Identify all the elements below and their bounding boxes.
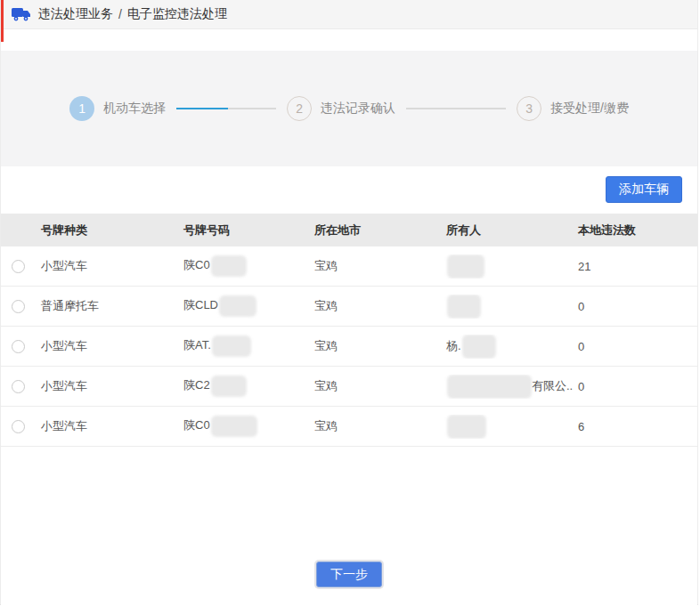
row-radio[interactable] <box>12 420 25 433</box>
step-circle-1: 1 <box>69 96 94 121</box>
redacted-blur <box>462 335 496 359</box>
owner-cell: 杨. <box>442 335 574 359</box>
step-label-3: 接受处理/缴费 <box>550 101 629 117</box>
table-row[interactable]: 小型汽车陕C0宝鸡6 <box>1 407 697 447</box>
step-connector <box>176 108 276 109</box>
header-cell: 号牌号码 <box>179 222 310 238</box>
violation-count-cell: 21 <box>574 260 689 273</box>
table-row[interactable]: 小型汽车陕C0宝鸡21 <box>1 246 697 287</box>
owner-cell <box>442 255 574 279</box>
violation-count-cell: 0 <box>574 300 689 313</box>
table-row[interactable]: 小型汽车陕C2宝鸡有限公...0 <box>1 367 697 407</box>
redacted-blur <box>211 255 247 277</box>
toolbar: 添加车辆 <box>1 166 697 214</box>
step-label-2: 违法记录确认 <box>321 101 395 117</box>
header-cell: 号牌种类 <box>37 222 179 238</box>
city-cell: 宝鸡 <box>310 298 442 314</box>
step-circle-3: 3 <box>517 96 541 121</box>
footer: 下一步 <box>1 447 697 606</box>
plate-number-cell: 陕C0 <box>179 416 310 437</box>
row-radio[interactable] <box>12 380 25 393</box>
violation-count-cell: 0 <box>574 380 689 393</box>
table-row[interactable]: 小型汽车陕AT.宝鸡杨.0 <box>1 327 697 367</box>
row-radio[interactable] <box>12 340 25 353</box>
spacer <box>1 29 697 51</box>
header-cell: 所有人 <box>442 222 574 238</box>
table-row[interactable]: 普通摩托车陕CLD宝鸡0 <box>1 287 697 327</box>
redacted-blur <box>211 416 257 437</box>
plate-number-cell: 陕C0 <box>179 255 310 277</box>
redacted-blur <box>447 295 481 319</box>
plate-number-cell: 陕CLD <box>179 295 310 317</box>
breadcrumb-page: 电子监控违法处理 <box>127 6 227 22</box>
plate-type-cell: 小型汽车 <box>37 338 179 354</box>
stepper-panel: 1机动车选择2违法记录确认3接受处理/缴费 <box>1 51 697 166</box>
redacted-blur <box>211 376 247 397</box>
plate-number-cell: 陕C2 <box>179 376 310 397</box>
add-vehicle-button[interactable]: 添加车辆 <box>606 176 682 203</box>
city-cell: 宝鸡 <box>310 418 442 434</box>
owner-cell <box>442 415 574 439</box>
plate-type-cell: 普通摩托车 <box>37 298 179 314</box>
next-step-button[interactable]: 下一步 <box>316 562 382 587</box>
city-cell: 宝鸡 <box>310 338 442 354</box>
breadcrumb: 违法处理业务 / 电子监控违法处理 <box>1 0 697 29</box>
breadcrumb-separator: / <box>118 7 122 21</box>
row-radio[interactable] <box>12 260 25 273</box>
redacted-blur <box>447 415 486 439</box>
table-header: 号牌种类号牌号码所在地市所有人本地违法数 <box>1 214 697 246</box>
plate-type-cell: 小型汽车 <box>37 418 179 434</box>
owner-cell: 有限公... <box>442 375 574 399</box>
row-radio[interactable] <box>12 300 25 313</box>
step-circle-2: 2 <box>287 96 312 121</box>
city-cell: 宝鸡 <box>310 258 442 274</box>
redacted-blur <box>219 295 256 317</box>
redacted-blur <box>212 335 251 357</box>
city-cell: 宝鸡 <box>310 378 442 394</box>
redacted-blur <box>447 255 484 279</box>
plate-type-cell: 小型汽车 <box>37 258 179 274</box>
left-red-edge <box>1 0 4 42</box>
breadcrumb-section[interactable]: 违法处理业务 <box>38 6 113 22</box>
redacted-blur <box>447 375 532 399</box>
owner-cell <box>442 295 574 319</box>
plate-type-cell: 小型汽车 <box>37 378 179 394</box>
header-cell: 所在地市 <box>310 222 442 238</box>
stepper: 1机动车选择2违法记录确认3接受处理/缴费 <box>69 96 629 121</box>
step-label-1: 机动车选择 <box>103 101 166 117</box>
step-connector <box>406 108 506 109</box>
plate-number-cell: 陕AT. <box>179 335 310 357</box>
header-cell: 本地违法数 <box>574 222 689 238</box>
truck-icon <box>12 8 31 21</box>
table-body: 小型汽车陕C0宝鸡21普通摩托车陕CLD宝鸡0小型汽车陕AT.宝鸡杨.0小型汽车… <box>1 246 697 447</box>
violation-count-cell: 6 <box>574 420 689 433</box>
violation-count-cell: 0 <box>574 340 689 353</box>
page: 违法处理业务 / 电子监控违法处理 1机动车选择2违法记录确认3接受处理/缴费 … <box>0 0 698 605</box>
